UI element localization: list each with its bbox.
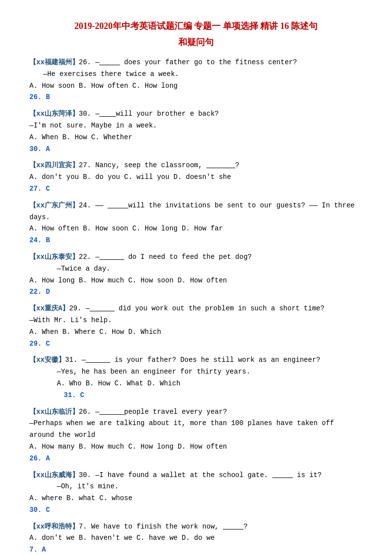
question-4: 【xx广东广州】24. —— _____will the invitations…	[29, 200, 363, 247]
question-9: 【xx山东威海】30. —I have found a wallet at th…	[29, 470, 363, 516]
question-8: 【xx山东临沂】26. —______people travel every y…	[29, 406, 363, 465]
question-10: 【xx呼和浩特】7. We have to finish the work no…	[29, 521, 363, 555]
q1-text: 26.	[79, 58, 91, 66]
question-1: 【xx福建福州】26. —_____ does your father go t…	[29, 57, 363, 103]
question-3: 【xx四川宜宾】27. Nancy, seep the classroom, _…	[29, 160, 363, 195]
question-7: 【xx安徽】31. —______ is your father? Does h…	[29, 354, 363, 401]
question-6: 【xx重庆A】29. —______ did you work out the …	[29, 303, 363, 350]
question-5: 【xx山东泰安】22. —______ do I need to feed th…	[29, 252, 363, 298]
page-title: 2019-2020年中考英语试题汇编 专题一 单项选择 精讲 16 陈述句 和疑…	[29, 20, 363, 49]
source-1: 【xx福建福州】	[29, 58, 79, 66]
question-2: 【xx山东菏泽】30. —____will your brother e bac…	[29, 108, 363, 155]
questions-container: 【xx福建福州】26. —_____ does your father go t…	[29, 57, 363, 555]
